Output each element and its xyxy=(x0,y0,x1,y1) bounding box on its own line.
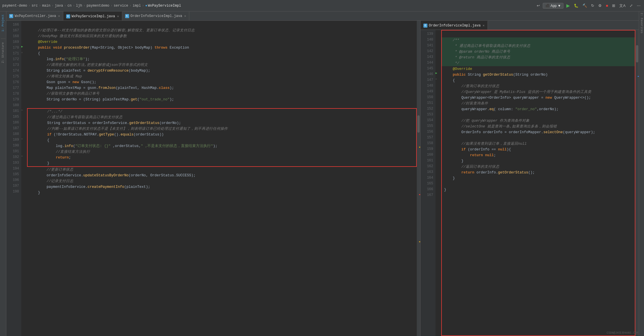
breadcrumb-item[interactable]: impl xyxy=(133,4,141,8)
translate-button[interactable]: 文A xyxy=(618,3,627,9)
code-line: //处理订单--对支付通知的参数的密文部分进行解密,解密报文、更新订单状态、记录… xyxy=(27,28,417,33)
code-line: return null; xyxy=(442,152,635,158)
tab-close-right[interactable]: ✕ xyxy=(483,24,485,27)
code-line: } xyxy=(442,187,635,193)
code-line: Gson gson = new Gson(); xyxy=(27,79,417,85)
tab-orderinfoserviceimpl-right[interactable]: C OrderInfoServiceImpl.java ✕ xyxy=(421,21,488,30)
code-line xyxy=(27,196,417,201)
left-sidebar: 1: Project Z: Structure xyxy=(0,12,6,336)
tab-close[interactable]: ✕ xyxy=(117,14,119,18)
right-code-scroll[interactable]: 139 140 141 142 143 144 145 146 147 148 … xyxy=(421,30,639,336)
gutter-right: ▶ ○ xyxy=(435,30,441,336)
line-numbers-left: 166 167 168 169 170 171 172 173 174 175 … xyxy=(6,21,21,336)
tab-icon: C xyxy=(9,14,13,18)
code-line: //更新订单状态 xyxy=(27,167,417,173)
scroll-mark-blue xyxy=(638,76,639,77)
tab-close[interactable]: ✕ xyxy=(58,14,60,18)
structure-button[interactable]: ⊞ xyxy=(611,3,616,8)
code-line: { xyxy=(442,78,635,83)
right-code-content[interactable]: /** * 通过商品订单号获取该商品订单的支付状态 * @param order… xyxy=(441,30,635,336)
code-line: if (orderInfo == null){ xyxy=(442,147,635,152)
breadcrumb-item[interactable]: paymentdemo xyxy=(87,4,109,8)
code-line xyxy=(442,32,635,37)
scroll-mark-red xyxy=(419,194,420,195)
breadcrumb-item[interactable]: service xyxy=(114,4,128,8)
code-line: //bodyMap 微信支付系统响应回来的支付通知的参数 xyxy=(27,33,417,39)
code-line: } xyxy=(442,158,635,164)
tab-wxpayserviceimpl[interactable]: C WxPayServiceImpl.java ✕ xyxy=(63,12,122,20)
scroll-mark-yellow2 xyxy=(419,241,420,242)
scroll-mark-yellow xyxy=(419,147,420,148)
back-button[interactable]: ↩ xyxy=(536,3,541,8)
breadcrumb-icon: ● xyxy=(145,4,147,8)
breadcrumb-item[interactable]: payment-demo xyxy=(2,4,27,8)
breadcrumb-item[interactable]: src xyxy=(32,4,38,8)
run-button[interactable]: ▶ xyxy=(565,2,571,9)
more-button[interactable]: ⋯ xyxy=(636,3,642,8)
breadcrumb-item[interactable]: main xyxy=(42,4,50,8)
sidebar-favorites[interactable]: 2: Favorites xyxy=(640,13,643,33)
scroll-thumb[interactable] xyxy=(417,115,420,133)
sidebar-item-structure[interactable]: Z: Structure xyxy=(1,42,5,63)
right-code-pane: C OrderInfoServiceImpl.java ✕ 139 140 14… xyxy=(420,21,639,336)
code-line: } xyxy=(27,190,417,196)
code-line: //封装查询条件 xyxy=(442,101,635,106)
tab-orderinfoserviceimpl[interactable]: C OrderInfoServiceImpl.java ✕ xyxy=(122,12,190,20)
breadcrumb-item[interactable]: cn xyxy=(67,4,71,8)
tab-icon: C xyxy=(125,14,129,18)
sidebar-item-project[interactable]: 1: Project xyxy=(1,14,5,32)
watermark: CSDN@JH支持HANS.COM xyxy=(607,331,638,335)
right-sidebar: 2: Favorites xyxy=(639,12,644,336)
gutter-circle2: ○ xyxy=(21,107,27,113)
code-line: Map plainTextMap = gson.fromJson(plainTe… xyxy=(27,85,417,91)
code-line: /*...*/ xyxy=(28,109,416,114)
code-line xyxy=(442,193,635,198)
gutter-circle3: ○ xyxy=(21,136,27,142)
editor-area: C WxPayController.java ✕ C WxPayServiceI… xyxy=(6,12,639,336)
expand-button[interactable]: ⤢ xyxy=(628,3,634,8)
code-line xyxy=(27,22,417,28)
code-line: //返回订单的支付状态 xyxy=(442,164,635,170)
gutter-run-icon-right[interactable]: ▶ xyxy=(435,70,441,76)
build-button[interactable]: 🔨 xyxy=(581,3,588,8)
settings-button[interactable]: ⚙ xyxy=(597,3,603,8)
stop-button[interactable]: ■ xyxy=(605,3,609,8)
left-code-pane: 166 167 168 169 170 171 172 173 174 175 … xyxy=(6,21,420,336)
code-line: String orderStatus = orderInfoService.ge… xyxy=(28,120,416,126)
tab-close[interactable]: ✕ xyxy=(184,14,186,18)
breadcrumb-item[interactable]: java xyxy=(55,4,63,8)
breadcrumb-current: WxPayServiceImpl xyxy=(148,4,181,8)
tab-bar-right: C OrderInfoServiceImpl.java ✕ xyxy=(421,21,639,30)
app-dropdown[interactable]: ⬛ App ▼ xyxy=(543,3,563,9)
tab-label: OrderInfoServiceImpl.java xyxy=(131,14,182,18)
code-line: //查询订单的支付状态 xyxy=(442,83,635,89)
tab-icon-right: C xyxy=(423,24,427,28)
code-line: //QueryWrapper 是 MyBatis-Plus 提供的一个用于构建查… xyxy=(442,89,635,95)
code-line: //记录支付日志 xyxy=(27,178,417,184)
reload-button[interactable]: ↻ xyxy=(590,3,595,8)
code-line: //把 queryWrapper 作为查询条件对象 xyxy=(442,118,635,124)
code-line: QueryWrapper<OrderInfo> queryWrapper = n… xyxy=(442,95,635,101)
breadcrumb-item[interactable]: ljh xyxy=(76,4,82,8)
left-code-content[interactable]: //处理订单--对支付通知的参数的密文部分进行解密,解密报文、更新订单状态、记录… xyxy=(27,21,417,336)
tab-label: WxPayController.java xyxy=(15,14,56,18)
gutter-run-icon[interactable]: ▶ xyxy=(21,44,27,49)
debug-button[interactable]: 🐛 xyxy=(573,3,580,8)
tab-label: WxPayServiceImpl.java xyxy=(72,14,115,18)
gutter-circle4: ○ xyxy=(21,153,27,159)
tab-wxpaycontroller[interactable]: C WxPayController.java ✕ xyxy=(6,12,63,20)
main-layout: 1: Project Z: Structure C WxPayControlle… xyxy=(0,12,644,336)
line-numbers-right: 139 140 141 142 143 144 145 146 147 148 … xyxy=(421,30,435,336)
code-line: orderInfoService.updateStatusByOrderNo(o… xyxy=(27,173,417,178)
red-box-section: /*...*/ //通过商品订单号获取该商品订单的支付状态 String ord… xyxy=(27,108,417,167)
left-code-scroll[interactable]: 166 167 168 169 170 171 172 173 174 175 … xyxy=(6,21,420,336)
code-line: //如果没有查到该订单，直接返回null xyxy=(442,141,635,147)
code-line: * @param orderNo 商品订单号 xyxy=(442,49,635,55)
code-line: OrderInfo orderInfo = orderInfoMapper.se… xyxy=(442,129,635,135)
code-line: { xyxy=(27,51,417,56)
code-line: //selectOne 就是查询一条,如果查询出多条，则会报错 xyxy=(442,124,635,129)
tab-icon: C xyxy=(66,14,70,18)
code-line xyxy=(442,135,635,141)
tab-label-right: OrderInfoServiceImpl.java xyxy=(429,24,481,28)
scroll-thumb-right[interactable] xyxy=(636,45,638,62)
